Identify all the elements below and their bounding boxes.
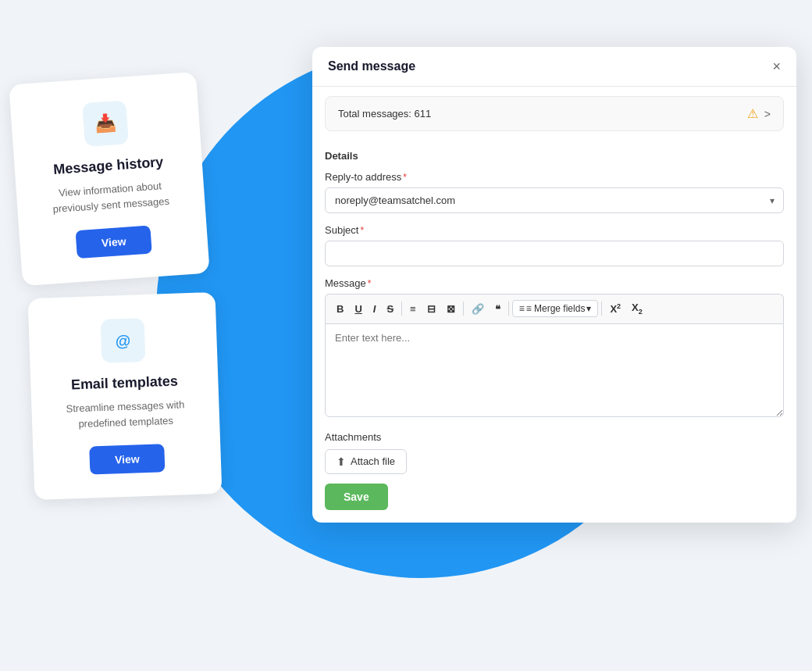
- message-label: Message *: [325, 277, 784, 289]
- save-button[interactable]: Save: [325, 484, 388, 510]
- toolbar-sep-4: [601, 302, 602, 316]
- message-history-icon: 📥: [82, 100, 129, 147]
- email-templates-desc: Streamline messages with predefined temp…: [50, 397, 201, 433]
- strikethrough-button[interactable]: S: [382, 301, 398, 317]
- attach-file-button[interactable]: ⬆ Attach file: [325, 449, 407, 474]
- send-message-modal: Send message × Total messages: 611 ⚠ > D…: [312, 47, 796, 523]
- total-messages-text: Total messages: 611: [338, 108, 431, 120]
- message-history-desc: View information about previously sent m…: [35, 177, 187, 217]
- modal-close-button[interactable]: ×: [772, 59, 781, 73]
- cards-container: 📥 Message history View information about…: [23, 78, 219, 497]
- reply-to-field-group: Reply-to address * noreply@teamsatchel.c…: [325, 171, 784, 213]
- warning-icon: ⚠: [747, 106, 758, 121]
- toolbar-sep-2: [463, 302, 464, 316]
- subject-field-group: Subject *: [325, 224, 784, 266]
- reply-to-required: *: [403, 172, 407, 183]
- merge-fields-arrow: ▾: [586, 303, 591, 314]
- unordered-list-button[interactable]: ≡: [405, 301, 421, 317]
- modal-header: Send message ×: [312, 47, 796, 87]
- attachments-label: Attachments: [325, 431, 784, 443]
- merge-fields-label: ≡ Merge fields: [526, 303, 586, 314]
- email-templates-card: @ Email templates Streamline messages wi…: [28, 292, 223, 500]
- message-history-card: 📥 Message history View information about…: [9, 72, 209, 286]
- italic-button[interactable]: I: [369, 301, 381, 317]
- modal-body: Details Reply-to address * noreply@teams…: [312, 141, 796, 523]
- superscript-button[interactable]: X2: [605, 300, 625, 317]
- upload-icon: ⬆: [337, 455, 346, 468]
- toolbar-sep-1: [401, 302, 402, 316]
- toolbar-sep-3: [508, 302, 509, 316]
- bold-button[interactable]: B: [332, 301, 348, 317]
- message-editor[interactable]: [325, 323, 784, 417]
- email-templates-view-button[interactable]: View: [89, 444, 165, 474]
- attach-file-label: Attach file: [351, 455, 395, 467]
- banner-right: ⚠ >: [747, 106, 771, 121]
- attachments-section: Attachments ⬆ Attach file: [325, 431, 784, 474]
- subscript-button[interactable]: X2: [627, 299, 647, 319]
- email-templates-icon: @: [101, 318, 146, 363]
- banner-arrow[interactable]: >: [764, 108, 771, 120]
- merge-fields-button[interactable]: ≡ ≡ Merge fields ▾: [512, 300, 599, 317]
- message-field-group: Message * B U I S ≡ ⊟ ⊠ 🔗 ❝ ≡ ≡ Merge fi…: [325, 277, 784, 420]
- indent-button[interactable]: ⊠: [442, 301, 460, 317]
- blockquote-button[interactable]: ❝: [490, 301, 505, 317]
- editor-toolbar: B U I S ≡ ⊟ ⊠ 🔗 ❝ ≡ ≡ Merge fields ▾ X2: [325, 294, 784, 323]
- reply-to-select[interactable]: noreply@teamsatchel.com: [325, 187, 784, 213]
- link-button[interactable]: 🔗: [467, 301, 489, 317]
- subject-label: Subject *: [325, 224, 784, 236]
- message-required: *: [368, 278, 372, 289]
- merge-fields-icon: ≡: [519, 303, 525, 314]
- message-history-view-button[interactable]: View: [76, 226, 152, 259]
- message-history-title: Message history: [33, 152, 183, 179]
- modal-title: Send message: [328, 59, 415, 73]
- reply-to-label: Reply-to address *: [325, 171, 784, 183]
- underline-button[interactable]: U: [350, 301, 366, 317]
- email-templates-title: Email templates: [49, 373, 200, 394]
- subject-required: *: [360, 225, 364, 236]
- total-messages-banner: Total messages: 611 ⚠ >: [325, 96, 784, 131]
- subject-input[interactable]: [325, 241, 784, 266]
- details-section-label: Details: [325, 150, 784, 162]
- reply-to-select-wrapper: noreply@teamsatchel.com ▾: [325, 187, 784, 213]
- ordered-list-button[interactable]: ⊟: [422, 301, 440, 317]
